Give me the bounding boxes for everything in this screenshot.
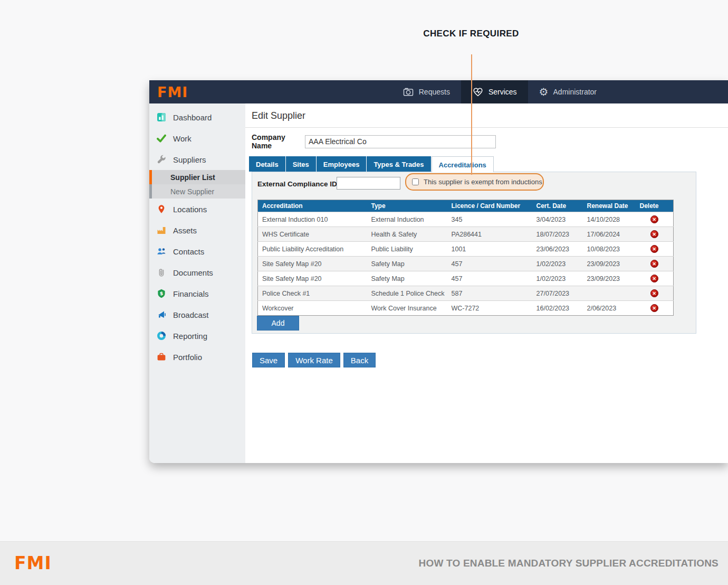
tab-accreditations[interactable]: Accreditations: [432, 156, 494, 172]
app-header: FMI RequestsServices⚙Administrator: [149, 80, 728, 103]
nav-item-label: Administrator: [553, 88, 597, 96]
sidebar-item-suppliers[interactable]: Suppliers: [149, 149, 245, 170]
sidebar-item-locations[interactable]: Locations: [149, 199, 245, 220]
sidebar-item-broadcast[interactable]: Broadcast: [149, 304, 245, 325]
exempt-checkbox-highlight: This supplier is exempt from inductions: [405, 173, 544, 191]
sidebar-item-label: Financials: [173, 289, 209, 298]
sidebar-item-label: Dashboard: [173, 113, 212, 122]
type-cell: Public Liability: [367, 242, 447, 257]
nav-item-administrator[interactable]: ⚙Administrator: [528, 80, 608, 103]
sidebar-item-documents[interactable]: Documents: [149, 262, 245, 283]
tab-employees[interactable]: Employees: [317, 156, 367, 172]
accreditations-panel: External Compliance ID This supplier is …: [252, 172, 696, 334]
accreditation-link[interactable]: External Induction 010: [258, 212, 367, 227]
title-divider: [245, 127, 728, 128]
renewal-date-cell: 14/10/2028: [583, 212, 636, 227]
briefcase-icon: [157, 352, 166, 362]
nav-item-label: Requests: [419, 88, 450, 96]
people-icon: [157, 247, 166, 256]
table-header-row: AccreditationTypeLicence / Card NumberCe…: [258, 200, 674, 212]
sidebar-item-label: Portfolio: [173, 353, 202, 362]
sidebar: DashboardWorkSuppliersSupplier ListNew S…: [149, 103, 245, 463]
type-cell: Health & Safety: [367, 227, 447, 242]
sidebar-item-reporting[interactable]: Reporting: [149, 325, 245, 346]
camera-icon: [403, 86, 414, 98]
sidebar-subitem-label: New Supplier: [170, 187, 214, 196]
sidebar-item-dashboard[interactable]: Dashboard: [149, 107, 245, 128]
tab-types-trades[interactable]: Types & Trades: [367, 156, 430, 172]
back-button[interactable]: Back: [343, 353, 376, 367]
cert-date-cell: 3/04/2023: [532, 212, 583, 227]
delete-icon[interactable]: ✕: [650, 289, 658, 297]
sidebar-item-label: Locations: [173, 205, 207, 214]
table-row: Site Safety Map #20Safety Map4571/02/202…: [258, 271, 674, 286]
page-title: Edit Supplier: [252, 110, 305, 121]
licence-cell: 345: [447, 212, 532, 227]
accreditation-link[interactable]: Police Check #1: [258, 286, 367, 301]
sidebar-item-assets[interactable]: Assets: [149, 220, 245, 241]
work-check-icon: [157, 134, 166, 143]
add-button[interactable]: Add: [257, 316, 299, 331]
table-row: WorkcoverWork Cover InsuranceWC-727216/0…: [258, 301, 674, 316]
column-header-renewal-date: Renewal Date: [583, 200, 636, 212]
renewal-date-cell: 23/09/2023: [583, 257, 636, 271]
delete-icon[interactable]: ✕: [650, 304, 658, 312]
delete-cell: ✕: [636, 242, 674, 257]
sidebar-item-portfolio[interactable]: Portfolio: [149, 346, 245, 367]
sidebar-item-label: Documents: [173, 268, 213, 277]
sidebar-item-financials[interactable]: $Financials: [149, 283, 245, 304]
type-cell: Safety Map: [367, 271, 447, 286]
sidebar-subitem-new-supplier[interactable]: New Supplier: [149, 184, 245, 199]
callout-line: [471, 54, 472, 175]
tab-details[interactable]: Details: [249, 156, 285, 172]
paperclip-icon: [157, 268, 166, 277]
sidebar-item-label: Assets: [173, 226, 197, 235]
cert-date-cell: 18/07/2023: [532, 227, 583, 242]
tab-sites[interactable]: Sites: [286, 156, 316, 172]
delete-cell: ✕: [636, 286, 674, 301]
save-button[interactable]: Save: [252, 353, 285, 367]
action-buttons: SaveWork RateBack: [252, 353, 376, 367]
delete-icon[interactable]: ✕: [650, 215, 658, 223]
type-cell: Schedule 1 Police Check: [367, 286, 447, 301]
delete-cell: ✕: [636, 271, 674, 286]
renewal-date-cell: 2/06/2023: [583, 301, 636, 316]
delete-icon[interactable]: ✕: [650, 245, 658, 253]
accreditation-link[interactable]: Site Safety Map #20: [258, 257, 367, 271]
table-row: Site Safety Map #20Safety Map4571/02/202…: [258, 257, 674, 271]
work-rate-button[interactable]: Work Rate: [288, 353, 340, 367]
type-cell: Work Cover Insurance: [367, 301, 447, 316]
accreditation-link[interactable]: Public Liability Accreditation: [258, 242, 367, 257]
sidebar-item-work[interactable]: Work: [149, 128, 245, 149]
table-row: Public Liability AccreditationPublic Lia…: [258, 242, 674, 257]
footer-logo: FMI: [14, 553, 52, 573]
sidebar-item-label: Contacts: [173, 247, 204, 256]
callout-label: CHECK IF REQUIRED: [423, 29, 519, 39]
company-name-input[interactable]: [305, 135, 496, 148]
gear-icon: ⚙: [539, 87, 549, 97]
delete-icon[interactable]: ✕: [650, 230, 658, 238]
sidebar-subitem-label: Supplier List: [170, 173, 215, 182]
app-logo: FMI: [157, 84, 188, 100]
sidebar-subitem-supplier-list[interactable]: Supplier List: [149, 170, 245, 184]
column-header-licence-card-number: Licence / Card Number: [447, 200, 532, 212]
accreditation-link[interactable]: Site Safety Map #20: [258, 271, 367, 286]
renewal-date-cell: [583, 286, 636, 301]
accreditation-link[interactable]: WHS Certificate: [258, 227, 367, 242]
table-row: External Induction 010External Induction…: [258, 212, 674, 227]
sidebar-item-contacts[interactable]: Contacts: [149, 241, 245, 262]
delete-icon[interactable]: ✕: [650, 275, 658, 282]
top-nav: RequestsServices⚙Administrator: [391, 80, 608, 103]
external-compliance-input[interactable]: [337, 177, 400, 190]
licence-cell: 457: [447, 271, 532, 286]
nav-item-requests[interactable]: Requests: [391, 80, 461, 103]
delete-icon[interactable]: ✕: [650, 260, 658, 268]
exempt-checkbox[interactable]: [412, 178, 419, 185]
sidebar-item-label: Broadcast: [173, 310, 209, 319]
nav-item-label: Services: [488, 88, 517, 96]
footer-caption: HOW TO ENABLE MANDATORY SUPPLIER ACCREDI…: [418, 558, 719, 569]
donut-chart-icon: [157, 331, 166, 341]
heart-pulse-icon: [472, 86, 484, 98]
wrench-icon: [157, 155, 166, 164]
accreditation-link[interactable]: Workcover: [258, 301, 367, 316]
